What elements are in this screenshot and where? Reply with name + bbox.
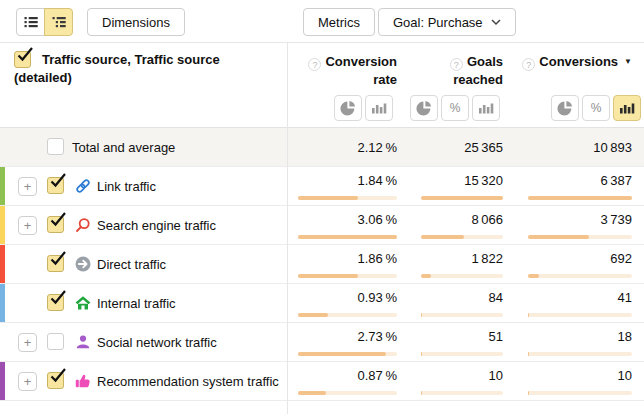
help-icon[interactable]: ? — [308, 58, 321, 71]
column-header-conversions[interactable]: ?Conversions▼ — [512, 53, 632, 71]
conversion-rate-bar — [298, 313, 397, 317]
conversion-rate-value: 1.84 % — [358, 173, 397, 188]
total-conversions-value: 10 893 — [593, 140, 632, 155]
row-label[interactable]: Social network traffic — [97, 335, 217, 350]
row-label[interactable]: Direct traffic — [97, 257, 166, 272]
conversions-value: 18 — [618, 329, 632, 344]
toolbar: Dimensions Metrics Goal: Purchase — [0, 0, 644, 43]
total-goals-reached-value: 25 365 — [464, 140, 503, 155]
goals-reached-bar — [421, 274, 503, 278]
pie-chart-icon[interactable] — [334, 95, 362, 121]
home-icon — [75, 295, 91, 311]
conversions-cell: 3 739 — [528, 206, 632, 244]
row-label[interactable]: Recommendation system traffic — [97, 374, 279, 389]
goals-reached-bar — [421, 313, 503, 317]
column-header-goals-reached[interactable]: ?Goals reached — [408, 53, 503, 89]
column-label: Conversion rate — [325, 54, 397, 87]
conversion-rate-value: 0.87 % — [358, 368, 397, 383]
percent-icon[interactable]: % — [441, 95, 469, 121]
conversion-rate-bar — [298, 274, 397, 278]
goals-reached-value: 84 — [489, 290, 503, 305]
bar-chart-icon[interactable] — [613, 95, 641, 121]
goals-reached-bar — [421, 235, 503, 239]
table-row: +Link traffic1.84 %15 3206 387 — [0, 167, 644, 206]
list-view-button[interactable] — [16, 8, 45, 36]
table-row: +Social network traffic2.73 %5118 — [0, 323, 644, 362]
conversion-rate-bar — [298, 391, 397, 395]
conversions-cell: 10 — [528, 362, 632, 400]
goals-reached-value: 10 — [489, 368, 503, 383]
search-icon — [75, 217, 91, 233]
metrics-button[interactable]: Metrics — [303, 8, 375, 36]
goals-reached-bar — [421, 196, 503, 200]
pie-chart-icon[interactable] — [551, 95, 579, 121]
pie-chart-icon[interactable] — [410, 95, 438, 121]
dimension-title: Traffic source, Traffic source (detailed… — [14, 52, 220, 85]
goals-reached-cell: 51 — [421, 323, 503, 361]
display-toggle-group-conversions: % — [551, 95, 641, 121]
conversions-bar — [528, 196, 632, 200]
goals-reached-cell: 15 320 — [421, 167, 503, 205]
total-row-checkbox[interactable] — [47, 138, 64, 155]
total-row-label: Total and average — [72, 140, 175, 155]
view-toggle-group — [16, 8, 73, 36]
conversion-rate-value: 2.73 % — [358, 329, 397, 344]
goals-reached-cell: 8 066 — [421, 206, 503, 244]
conversions-value: 41 — [618, 290, 632, 305]
goal-dropdown[interactable]: Goal: Purchase — [378, 8, 516, 36]
expand-button[interactable]: + — [18, 333, 37, 352]
goals-reached-value: 8 066 — [471, 212, 503, 227]
conversion-rate-value: 1.86 % — [358, 251, 397, 266]
dimension-header: Traffic source, Traffic source (detailed… — [14, 51, 272, 87]
list-icon — [23, 14, 39, 30]
goals-reached-cell: 10 — [421, 362, 503, 400]
row-label[interactable]: Search engine traffic — [97, 218, 216, 233]
goals-reached-value: 51 — [489, 329, 503, 344]
tree-view-button[interactable] — [44, 8, 73, 36]
row-checkbox[interactable] — [47, 333, 64, 350]
column-label: Conversions — [539, 54, 618, 69]
table-rows: Total and average 2.12 % 25 365 10 893 +… — [0, 128, 644, 401]
conversion-rate-cell: 1.84 % — [298, 167, 397, 205]
conversions-value: 6 387 — [600, 173, 632, 188]
conversion-rate-bar — [298, 196, 397, 200]
bar-chart-icon[interactable] — [365, 95, 393, 121]
conversion-rate-cell: 2.73 % — [298, 323, 397, 361]
row-color-stripe — [0, 167, 5, 205]
row-checkbox[interactable] — [47, 177, 64, 194]
select-all-checkbox[interactable] — [14, 51, 31, 68]
row-color-stripe — [0, 245, 5, 283]
help-icon[interactable]: ? — [450, 58, 463, 71]
thumb-up-icon — [75, 373, 91, 389]
conversions-value: 3 739 — [600, 212, 632, 227]
tree-icon — [51, 14, 67, 30]
goals-reached-cell: 1 822 — [421, 245, 503, 283]
table-row: +Recommendation system traffic0.87 %1010 — [0, 362, 644, 401]
table-row: +Search engine traffic3.06 %8 0663 739 — [0, 206, 644, 245]
expand-button[interactable]: + — [18, 177, 37, 196]
row-checkbox[interactable] — [47, 216, 64, 233]
column-header-conversion-rate[interactable]: ?Conversion rate — [288, 53, 397, 89]
expand-button[interactable]: + — [18, 372, 37, 391]
chevron-down-icon — [491, 19, 501, 26]
conversion-rate-cell: 0.87 % — [298, 362, 397, 400]
table-row: Internal traffic0.93 %8441 — [0, 284, 644, 323]
goals-reached-value: 1 822 — [471, 251, 503, 266]
conversions-cell: 6 387 — [528, 167, 632, 205]
goals-reached-bar — [421, 352, 503, 356]
percent-icon[interactable]: % — [582, 95, 610, 121]
dimensions-button[interactable]: Dimensions — [87, 8, 185, 36]
row-color-stripe — [0, 362, 5, 400]
row-label[interactable]: Link traffic — [97, 179, 156, 194]
sort-desc-icon: ▼ — [624, 57, 632, 66]
expand-button[interactable]: + — [18, 216, 37, 235]
row-checkbox[interactable] — [47, 372, 64, 389]
row-checkbox[interactable] — [47, 255, 64, 272]
help-icon[interactable]: ? — [522, 58, 535, 71]
conversion-rate-cell: 1.86 % — [298, 245, 397, 283]
bar-chart-icon[interactable] — [472, 95, 500, 121]
row-checkbox[interactable] — [47, 294, 64, 311]
direct-icon — [75, 256, 91, 272]
conversions-bar — [528, 313, 632, 317]
row-label[interactable]: Internal traffic — [97, 296, 176, 311]
